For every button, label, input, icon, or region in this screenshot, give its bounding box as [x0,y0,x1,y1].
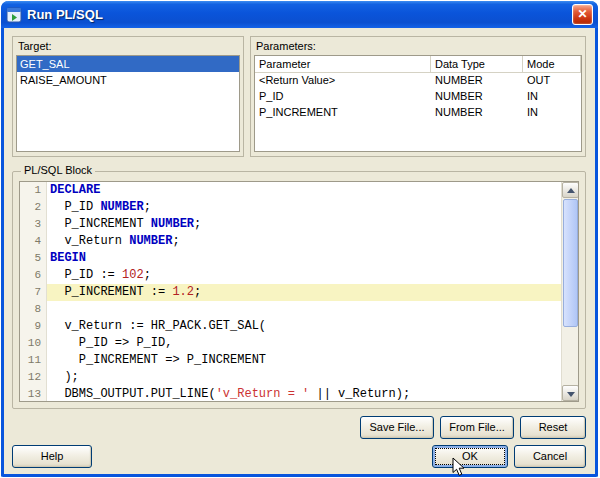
params-cell: P_ID [255,89,431,105]
ok-button[interactable]: OK [432,445,508,468]
code-text: P_ID => P_ID, [47,335,561,352]
code-line: 10 P_ID => P_ID, [20,335,561,352]
code-text: v_Return NUMBER; [47,233,561,250]
code-text [47,301,561,318]
run-plsql-icon [6,7,22,23]
line-number: 4 [20,233,47,250]
title-bar[interactable]: Run PL/SQL ✕ [1,1,598,28]
params-column-header[interactable]: Mode [523,56,581,72]
code-line: 9 v_Return := HR_PACK.GET_SAL( [20,318,561,335]
code-line: 13 DBMS_OUTPUT.PUT_LINE('v_Return = ' ||… [20,386,561,401]
code-text: DECLARE [47,182,561,199]
line-number: 9 [20,318,47,335]
params-cell: P_INCREMENT [255,105,431,121]
line-number: 3 [20,216,47,233]
line-number: 5 [20,250,47,267]
run-plsql-dialog: Run PL/SQL ✕ Target: GET_SALRAISE_AMOUNT… [1,1,598,477]
line-number: 8 [20,301,47,318]
code-text: ); [47,369,561,386]
params-cell: <Return Value> [255,73,431,89]
editor-vertical-scrollbar[interactable] [561,182,578,401]
window-title: Run PL/SQL [27,7,572,22]
params-column-header[interactable]: Parameter [255,56,431,72]
line-number: 11 [20,352,47,369]
line-number: 13 [20,386,47,401]
parameters-table[interactable]: ParameterData TypeMode <Return Value>NUM… [254,55,582,152]
scrollbar-thumb[interactable] [563,199,578,327]
parameters-panel: Parameters: ParameterData TypeMode <Retu… [250,36,586,157]
code-text: BEGIN [47,250,561,267]
mouse-cursor-icon [452,457,467,477]
line-number: 6 [20,267,47,284]
params-cell: NUMBER [431,89,523,105]
line-number: 12 [20,369,47,386]
code-text: P_ID NUMBER; [47,199,561,216]
save-file-button[interactable]: Save File... [360,416,434,439]
code-text: DBMS_OUTPUT.PUT_LINE('v_Return = ' || v_… [47,386,561,401]
code-text: P_INCREMENT := 1.2; [47,284,561,301]
code-line: 12 ); [20,369,561,386]
from-file-button[interactable]: From File... [440,416,514,439]
help-button[interactable]: Help [12,445,92,468]
code-line: 5BEGIN [20,250,561,267]
scroll-up-icon[interactable] [562,182,579,198]
target-item[interactable]: RAISE_AMOUNT [17,72,239,88]
code-lines: 1DECLARE2 P_ID NUMBER;3 P_INCREMENT NUMB… [20,182,561,401]
params-cell: IN [523,89,581,105]
code-line: 4 v_Return NUMBER; [20,233,561,250]
code-line: 6 P_ID := 102; [20,267,561,284]
plsql-block-group: PL/SQL Block 1DECLARE2 P_ID NUMBER;3 P_I… [12,171,586,409]
code-line: 8 [20,301,561,318]
params-row[interactable]: P_INCREMENTNUMBERIN [255,105,581,121]
line-number: 2 [20,199,47,216]
plsql-block-label: PL/SQL Block [21,164,95,176]
params-cell: NUMBER [431,73,523,89]
code-text: P_INCREMENT => P_INCREMENT [47,352,561,369]
params-header: ParameterData TypeMode [255,56,581,73]
code-text: P_ID := 102; [47,267,561,284]
params-cell: NUMBER [431,105,523,121]
code-line: 2 P_ID NUMBER; [20,199,561,216]
target-item[interactable]: GET_SAL [17,56,239,72]
code-line: 3 P_INCREMENT NUMBER; [20,216,561,233]
code-text: P_INCREMENT NUMBER; [47,216,561,233]
cancel-button[interactable]: Cancel [514,445,586,468]
line-number: 10 [20,335,47,352]
code-line: 11 P_INCREMENT => P_INCREMENT [20,352,561,369]
code-line: 1DECLARE [20,182,561,199]
code-line: 7 P_INCREMENT := 1.2; [20,284,561,301]
target-list[interactable]: GET_SALRAISE_AMOUNT [16,55,240,152]
params-row[interactable]: <Return Value>NUMBEROUT [255,73,581,89]
params-row[interactable]: P_IDNUMBERIN [255,89,581,105]
params-body: <Return Value>NUMBEROUTP_IDNUMBERINP_INC… [255,73,581,121]
parameters-label: Parameters: [254,40,582,55]
target-label: Target: [16,40,240,55]
reset-button[interactable]: Reset [520,416,586,439]
target-panel: Target: GET_SALRAISE_AMOUNT [12,36,244,157]
params-cell: IN [523,105,581,121]
scroll-down-icon[interactable] [562,385,579,401]
line-number: 1 [20,182,47,199]
params-column-header[interactable]: Data Type [431,56,523,72]
params-cell: OUT [523,73,581,89]
plsql-code-editor[interactable]: 1DECLARE2 P_ID NUMBER;3 P_INCREMENT NUMB… [19,181,579,402]
code-text: v_Return := HR_PACK.GET_SAL( [47,318,561,335]
close-icon[interactable]: ✕ [572,4,593,25]
line-number: 7 [20,284,47,301]
